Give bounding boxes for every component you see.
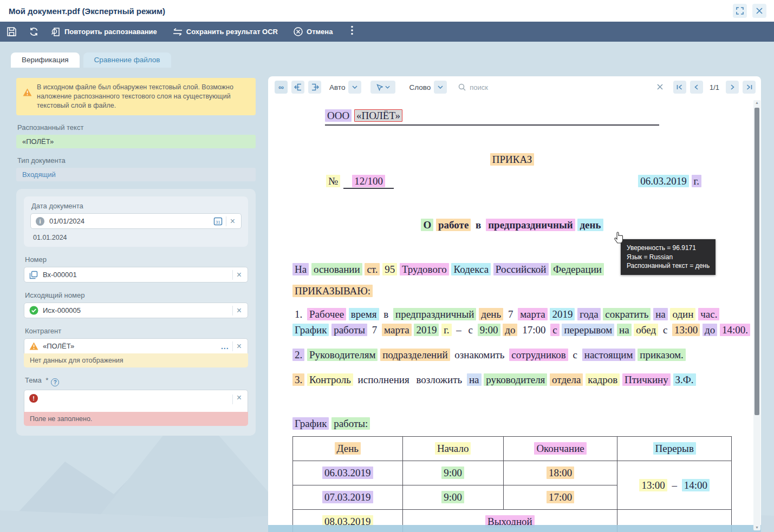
ocr-word[interactable]: 14:00: [682, 479, 710, 491]
ocr-word[interactable]: Руководителям: [307, 349, 378, 361]
ocr-word[interactable]: кадров: [586, 373, 620, 386]
last-page-button[interactable]: [743, 81, 756, 94]
select-mode-dropdown[interactable]: [370, 81, 395, 94]
ocr-word[interactable]: день: [577, 219, 603, 231]
horizontal-scrollbar[interactable]: [268, 525, 761, 532]
ocr-word[interactable]: г.: [441, 324, 451, 336]
contragent-input[interactable]: [43, 342, 218, 350]
ocr-word[interactable]: ст.: [365, 263, 380, 275]
ocr-word[interactable]: 95: [382, 263, 397, 275]
zoom-dropdown-button[interactable]: [348, 81, 361, 94]
word-mode-select[interactable]: Слово: [405, 81, 447, 94]
ocr-word[interactable]: отдела: [550, 373, 583, 386]
ocr-word[interactable]: Трудового: [400, 263, 449, 275]
scroll-up-arrow[interactable]: ▲: [753, 100, 760, 106]
ocr-word[interactable]: года: [577, 308, 600, 320]
ocr-word[interactable]: до: [503, 324, 517, 336]
number-input[interactable]: [43, 271, 232, 279]
ocr-word[interactable]: марта: [382, 324, 412, 336]
ocr-word[interactable]: с: [661, 324, 669, 336]
search-input[interactable]: [470, 83, 529, 91]
ocr-word[interactable]: на: [617, 324, 632, 336]
close-window-button[interactable]: [752, 4, 766, 18]
refresh-button[interactable]: [29, 27, 39, 37]
ocr-word[interactable]: ПРИКАЗ: [490, 153, 534, 166]
clear-outgoing-button[interactable]: ×: [233, 306, 245, 315]
ocr-word[interactable]: 17:00: [547, 491, 574, 503]
ocr-word[interactable]: подразделений: [380, 349, 450, 361]
scrollbar-thumb[interactable]: [755, 108, 759, 415]
ocr-word[interactable]: один: [670, 308, 695, 320]
ocr-word[interactable]: работы:: [331, 417, 370, 430]
calendar-picker-button[interactable]: 31: [210, 216, 226, 226]
ocr-word[interactable]: ПРИКАЗЫВАЮ:: [292, 285, 373, 297]
tab-file-comparison[interactable]: Сравнение файлов: [83, 52, 171, 68]
ocr-word[interactable]: основании: [311, 263, 362, 275]
ocr-word[interactable]: марта: [518, 308, 548, 320]
ocr-word[interactable]: 07.03.2019: [322, 491, 373, 503]
ocr-word[interactable]: Перерыв: [653, 442, 696, 455]
ocr-word[interactable]: с: [571, 349, 580, 361]
ocr-word[interactable]: час.: [698, 308, 719, 320]
clear-number-button[interactable]: ×: [233, 271, 245, 279]
ocr-word[interactable]: З.Ф.: [673, 373, 696, 386]
ocr-word[interactable]: 3.: [292, 373, 304, 386]
ocr-word[interactable]: На: [292, 263, 309, 275]
save-button[interactable]: [6, 27, 17, 37]
ocr-word[interactable]: на: [653, 308, 668, 320]
ocr-word[interactable]: 9:00: [441, 467, 464, 479]
ocr-word[interactable]: 9:00: [478, 324, 500, 336]
ocr-word[interactable]: предпраздничный: [486, 219, 575, 231]
ocr-word[interactable]: работе: [436, 219, 471, 231]
next-page-button[interactable]: [726, 81, 739, 94]
ocr-word[interactable]: 2019: [550, 308, 575, 320]
ocr-word[interactable]: 12/100: [352, 175, 385, 187]
ocr-word[interactable]: день: [479, 308, 503, 320]
ocr-word[interactable]: Начало: [435, 442, 471, 455]
vertical-scrollbar[interactable]: ▲ ▼: [753, 100, 760, 530]
cancel-button[interactable]: Отмена: [293, 27, 333, 37]
ocr-word[interactable]: 7: [506, 308, 516, 320]
ocr-word[interactable]: №: [326, 175, 340, 187]
ocr-word[interactable]: Птичкину: [622, 373, 671, 386]
ocr-word[interactable]: с: [550, 324, 559, 336]
ocr-word[interactable]: в: [473, 219, 483, 231]
ocr-word[interactable]: ознакомить: [452, 349, 506, 361]
ocr-word[interactable]: руководителя: [484, 373, 547, 386]
help-icon[interactable]: ?: [51, 378, 59, 386]
word-mode-dropdown-button[interactable]: [434, 81, 447, 94]
ocr-word[interactable]: 14:00.: [720, 324, 750, 336]
ocr-word[interactable]: 17:00: [520, 324, 548, 336]
ocr-word[interactable]: 7: [370, 324, 380, 336]
theme-input[interactable]: [43, 393, 232, 402]
ocr-word[interactable]: «ПОЛЁТ»: [354, 109, 402, 122]
ocr-word[interactable]: 9:00: [441, 491, 464, 503]
ocr-word[interactable]: Федерации: [551, 263, 604, 275]
doc-type-value[interactable]: Входящий: [16, 168, 256, 181]
clear-contragent-button[interactable]: ×: [233, 342, 245, 351]
ocr-word[interactable]: сотрудников: [509, 349, 568, 361]
zoom-select[interactable]: Авто: [325, 81, 361, 94]
ocr-word[interactable]: 06.03.2019: [322, 467, 373, 479]
fit-infinity-button[interactable]: ∞: [275, 81, 288, 94]
date-input[interactable]: [49, 217, 210, 225]
ocr-word[interactable]: 13:00: [639, 479, 667, 491]
more-actions-button[interactable]: [348, 25, 356, 38]
ocr-word[interactable]: с: [466, 324, 475, 336]
ocr-word[interactable]: О: [421, 219, 433, 231]
scroll-down-arrow[interactable]: ▼: [753, 525, 760, 530]
ocr-word[interactable]: 2019: [414, 324, 439, 336]
first-page-button[interactable]: [673, 81, 686, 94]
outgoing-number-input[interactable]: [43, 306, 232, 314]
ocr-word[interactable]: –: [669, 479, 679, 491]
ocr-word[interactable]: на: [467, 373, 482, 386]
ocr-word[interactable]: исполнения: [356, 373, 412, 386]
ocr-word[interactable]: время: [349, 308, 379, 320]
ocr-word[interactable]: возложить: [414, 373, 465, 386]
ocr-word[interactable]: приказом.: [638, 349, 686, 361]
ocr-word[interactable]: Российской: [493, 263, 549, 275]
ocr-word[interactable]: График: [292, 324, 329, 336]
ocr-word[interactable]: г.: [692, 175, 701, 187]
clear-theme-button[interactable]: ×: [233, 393, 245, 402]
ocr-word[interactable]: –: [454, 324, 464, 336]
